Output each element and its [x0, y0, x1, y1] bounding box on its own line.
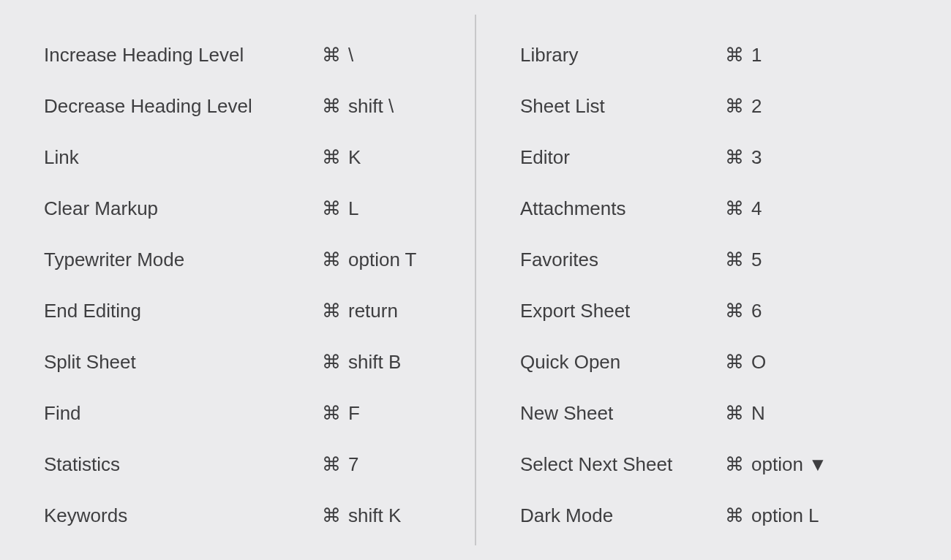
- shortcuts-column-left: Increase Heading Level ⌘ \ Decrease Head…: [0, 15, 476, 545]
- command-icon: ⌘: [322, 301, 341, 320]
- command-icon: ⌘: [725, 148, 744, 167]
- shortcut-row: Dark Mode ⌘ option L: [520, 490, 907, 541]
- shortcut-row: Select Next Sheet ⌘ option ▼: [520, 439, 907, 490]
- command-icon: ⌘: [725, 199, 744, 218]
- shortcut-keys: ⌘ 1: [725, 44, 762, 67]
- command-icon: ⌘: [322, 148, 341, 167]
- shortcut-keys: ⌘ \: [322, 44, 353, 67]
- command-icon: ⌘: [322, 352, 341, 371]
- shortcut-row: Sheet List ⌘ 2: [520, 80, 907, 132]
- shortcut-key-text: 4: [751, 197, 762, 220]
- shortcut-label: End Editing: [44, 300, 322, 322]
- command-icon: ⌘: [322, 45, 341, 64]
- shortcut-keys: ⌘ return: [322, 300, 398, 322]
- shortcut-keys: ⌘ N: [725, 402, 765, 425]
- shortcut-key-text: K: [348, 146, 361, 169]
- shortcut-key-text: 1: [751, 44, 762, 67]
- shortcut-label: Quick Open: [520, 351, 725, 374]
- shortcut-label: Statistics: [44, 453, 322, 476]
- shortcut-label: Sheet List: [520, 95, 725, 118]
- shortcut-keys: ⌘ option L: [725, 504, 819, 527]
- command-icon: ⌘: [322, 97, 341, 116]
- shortcut-keys: ⌘ 5: [725, 249, 762, 271]
- shortcut-row: Find ⌘ F: [44, 387, 431, 439]
- shortcut-key-text: L: [348, 197, 358, 220]
- shortcut-keys: ⌘ 4: [725, 197, 762, 220]
- command-icon: ⌘: [725, 250, 744, 269]
- command-icon: ⌘: [322, 506, 341, 525]
- shortcut-key-text: 5: [751, 249, 762, 271]
- shortcut-key-text: 3: [751, 146, 762, 169]
- shortcut-label: Select Next Sheet: [520, 453, 725, 476]
- shortcut-row: End Editing ⌘ return: [44, 285, 431, 336]
- shortcut-label: Typewriter Mode: [44, 249, 322, 271]
- shortcut-keys: ⌘ shift K: [322, 504, 401, 527]
- shortcut-key-text: F: [348, 402, 360, 425]
- shortcut-label: Link: [44, 146, 322, 169]
- shortcut-label: Split Sheet: [44, 351, 322, 374]
- shortcut-keys: ⌘ F: [322, 402, 360, 425]
- shortcut-label: Library: [520, 44, 725, 67]
- shortcut-key-text: 6: [751, 300, 762, 322]
- shortcut-row: Editor ⌘ 3: [520, 132, 907, 183]
- shortcut-row: Link ⌘ K: [44, 132, 431, 183]
- command-icon: ⌘: [322, 199, 341, 218]
- shortcut-row: Attachments ⌘ 4: [520, 183, 907, 234]
- shortcut-row: Keywords ⌘ shift K: [44, 490, 431, 541]
- command-icon: ⌘: [322, 250, 341, 269]
- shortcut-row: Quick Open ⌘ O: [520, 336, 907, 387]
- shortcut-key-text: option T: [348, 249, 416, 271]
- shortcut-keys: ⌘ K: [322, 146, 361, 169]
- shortcut-key-text: \: [348, 44, 353, 67]
- shortcut-key-text: option L: [751, 504, 819, 527]
- command-icon: ⌘: [322, 404, 341, 423]
- shortcut-keys: ⌘ O: [725, 351, 766, 374]
- shortcut-key-text: shift \: [348, 95, 394, 118]
- shortcut-keys: ⌘ shift B: [322, 351, 401, 374]
- command-icon: ⌘: [725, 45, 744, 64]
- shortcut-keys: ⌘ option T: [322, 249, 416, 271]
- shortcut-label: New Sheet: [520, 402, 725, 425]
- shortcut-key-text: return: [348, 300, 398, 322]
- shortcut-label: Keywords: [44, 504, 322, 527]
- shortcut-key-text: O: [751, 351, 766, 374]
- shortcut-keys: ⌘ shift \: [322, 95, 394, 118]
- command-icon: ⌘: [725, 97, 744, 116]
- shortcut-row: Increase Heading Level ⌘ \: [44, 29, 431, 80]
- shortcut-label: Attachments: [520, 197, 725, 220]
- shortcut-row: Split Sheet ⌘ shift B: [44, 336, 431, 387]
- shortcut-label: Editor: [520, 146, 725, 169]
- shortcuts-column-right: Library ⌘ 1 Sheet List ⌘ 2 Editor ⌘ 3 At…: [476, 15, 951, 545]
- shortcut-key-text: shift B: [348, 351, 401, 374]
- shortcut-row: Statistics ⌘ 7: [44, 439, 431, 490]
- command-icon: ⌘: [725, 455, 744, 474]
- shortcut-label: Increase Heading Level: [44, 44, 322, 67]
- shortcut-label: Find: [44, 402, 322, 425]
- shortcut-keys: ⌘ 6: [725, 300, 762, 322]
- shortcut-label: Dark Mode: [520, 504, 725, 527]
- command-icon: ⌘: [725, 352, 744, 371]
- shortcut-keys: ⌘ 2: [725, 95, 762, 118]
- shortcuts-container: Increase Heading Level ⌘ \ Decrease Head…: [0, 0, 951, 560]
- shortcut-row: Clear Markup ⌘ L: [44, 183, 431, 234]
- shortcut-keys: ⌘ 7: [322, 453, 358, 476]
- shortcut-row: Export Sheet ⌘ 6: [520, 285, 907, 336]
- shortcut-keys: ⌘ L: [322, 197, 358, 220]
- command-icon: ⌘: [322, 455, 341, 474]
- shortcut-keys: ⌘ option ▼: [725, 453, 827, 476]
- shortcut-key-text: 2: [751, 95, 762, 118]
- shortcut-label: Clear Markup: [44, 197, 322, 220]
- command-icon: ⌘: [725, 301, 744, 320]
- command-icon: ⌘: [725, 404, 744, 423]
- shortcut-row: Favorites ⌘ 5: [520, 234, 907, 285]
- shortcut-keys: ⌘ 3: [725, 146, 762, 169]
- shortcut-row: Library ⌘ 1: [520, 29, 907, 80]
- shortcut-key-text: N: [751, 402, 765, 425]
- shortcut-label: Export Sheet: [520, 300, 725, 322]
- shortcut-key-text: 7: [348, 453, 358, 476]
- shortcut-row: New Sheet ⌘ N: [520, 387, 907, 439]
- shortcut-label: Decrease Heading Level: [44, 95, 322, 118]
- shortcut-row: Typewriter Mode ⌘ option T: [44, 234, 431, 285]
- shortcut-key-text: option ▼: [751, 453, 827, 476]
- shortcut-key-text: shift K: [348, 504, 401, 527]
